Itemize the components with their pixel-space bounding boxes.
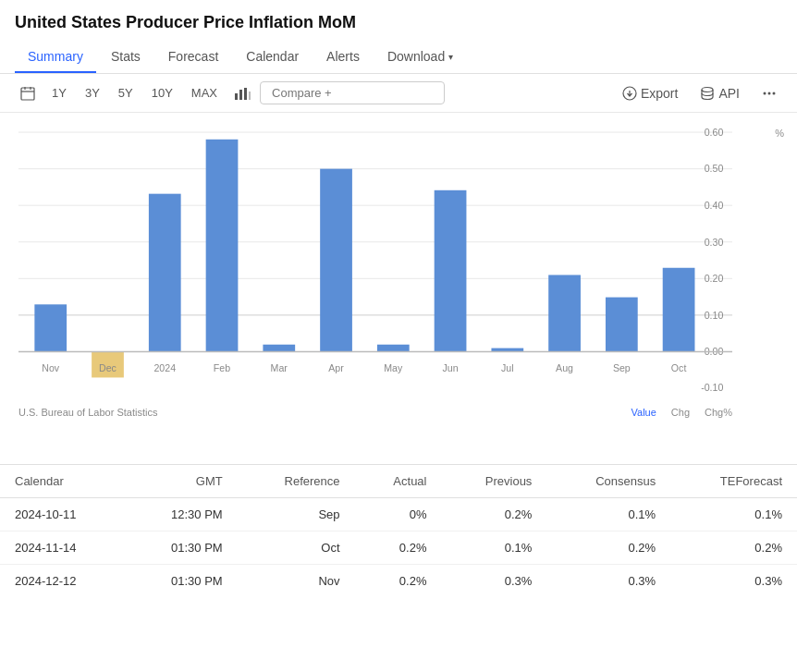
table-body: 2024-10-1112:30 PMSep0%0.2%0.1%0.1%2024-…	[0, 498, 797, 598]
cell-reference-1: Oct	[238, 531, 355, 565]
export-icon	[622, 86, 637, 101]
export-button[interactable]: Export	[617, 82, 683, 104]
cell-calendar-0: 2024-10-11	[0, 498, 126, 531]
data-table: Calendar GMT Reference Actual Previous C…	[0, 465, 797, 597]
bar-oct	[663, 268, 695, 352]
svg-text:Jul: Jul	[501, 362, 514, 373]
table-header-row: Calendar GMT Reference Actual Previous C…	[0, 465, 797, 498]
period-3y[interactable]: 3Y	[78, 82, 107, 104]
col-reference: Reference	[238, 465, 355, 498]
api-button[interactable]: API	[694, 82, 745, 104]
col-previous: Previous	[442, 465, 547, 498]
toolbar-left: 1Y 3Y 5Y 10Y MAX	[15, 81, 609, 104]
svg-text:0.10: 0.10	[705, 310, 724, 321]
svg-point-9	[702, 87, 713, 92]
bar-mar	[263, 345, 295, 352]
cell-actual-0: 0%	[355, 498, 442, 531]
bar-may	[377, 345, 410, 352]
svg-rect-4	[235, 93, 238, 100]
y-axis-unit-label: %	[775, 128, 784, 139]
calendar-icon	[20, 86, 35, 101]
chart-view-options: Value Chg Chg%	[631, 407, 732, 418]
svg-text:0.20: 0.20	[705, 273, 724, 284]
cell-gmt-1: 01:30 PM	[126, 531, 238, 565]
svg-text:0.60: 0.60	[705, 128, 724, 138]
svg-text:-0.10: -0.10	[701, 382, 723, 393]
bar-jun	[435, 190, 467, 352]
col-actual: Actual	[355, 465, 442, 498]
svg-text:2024: 2024	[153, 362, 176, 373]
ellipsis-icon	[762, 86, 777, 101]
cell-previous-2: 0.3%	[442, 565, 547, 598]
database-icon	[700, 86, 715, 101]
cell-consensus-0: 0.1%	[546, 498, 670, 531]
svg-rect-5	[239, 90, 242, 100]
toolbar-right: Export API	[617, 82, 782, 104]
cell-calendar-2: 2024-12-12	[0, 565, 126, 598]
svg-rect-6	[244, 88, 247, 100]
view-chg[interactable]: Chg	[671, 407, 690, 418]
cell-gmt-0: 12:30 PM	[126, 498, 238, 531]
svg-text:0.30: 0.30	[705, 237, 724, 248]
toolbar: 1Y 3Y 5Y 10Y MAX Export	[0, 74, 797, 113]
svg-text:0.50: 0.50	[705, 164, 724, 175]
chart-area: % 0.60 0.50 0.40 0.30 0.20 0.10 0.00 -0.…	[0, 113, 797, 455]
col-teforecast: TEForecast	[670, 465, 797, 498]
cell-actual-2: 0.2%	[355, 565, 442, 598]
svg-text:Feb: Feb	[214, 362, 230, 373]
tab-forecast[interactable]: Forecast	[155, 42, 231, 73]
bar-feb	[206, 140, 239, 352]
svg-point-10	[764, 92, 766, 94]
cell-previous-1: 0.1%	[442, 531, 547, 565]
svg-rect-7	[249, 92, 251, 100]
bar-aug	[548, 275, 581, 351]
bar-apr	[320, 169, 352, 352]
svg-text:Mar: Mar	[271, 362, 288, 373]
nav-tabs: Summary Stats Forecast Calendar Alerts D…	[0, 42, 797, 74]
compare-input[interactable]	[260, 81, 445, 104]
calendar-icon-button[interactable]	[15, 82, 41, 104]
chart-type-button[interactable]	[228, 82, 256, 104]
svg-point-12	[773, 92, 776, 94]
more-options-button[interactable]	[756, 82, 782, 104]
cell-reference-2: Nov	[238, 565, 355, 598]
tab-download[interactable]: Download ▾	[374, 42, 466, 73]
tab-alerts[interactable]: Alerts	[313, 42, 373, 73]
tab-stats[interactable]: Stats	[98, 42, 153, 73]
cell-teforecast-1: 0.2%	[670, 531, 797, 565]
svg-text:Apr: Apr	[328, 362, 344, 373]
period-5y[interactable]: 5Y	[111, 82, 141, 104]
svg-text:Jun: Jun	[443, 362, 459, 373]
table-row: 2024-12-1201:30 PMNov0.2%0.3%0.3%0.3%	[0, 565, 797, 598]
period-max[interactable]: MAX	[184, 82, 225, 104]
cell-teforecast-0: 0.1%	[670, 498, 797, 531]
bar-chart-icon	[234, 86, 251, 101]
col-gmt: GMT	[126, 465, 238, 498]
table-row: 2024-10-1112:30 PMSep0%0.2%0.1%0.1%	[0, 498, 797, 531]
svg-text:Aug: Aug	[556, 362, 573, 373]
view-value[interactable]: Value	[631, 407, 656, 418]
bar-chart-svg: 0.60 0.50 0.40 0.30 0.20 0.10 0.00 -0.10	[18, 128, 732, 396]
cell-reference-0: Sep	[238, 498, 355, 531]
tab-summary[interactable]: Summary	[15, 42, 96, 73]
view-chg-pct[interactable]: Chg%	[705, 407, 732, 418]
cell-consensus-2: 0.3%	[546, 565, 670, 598]
period-10y[interactable]: 10Y	[144, 82, 180, 104]
svg-text:Sep: Sep	[613, 362, 631, 373]
cell-gmt-2: 01:30 PM	[126, 565, 238, 598]
table-row: 2024-11-1401:30 PMOct0.2%0.1%0.2%0.2%	[0, 531, 797, 565]
period-1y[interactable]: 1Y	[44, 82, 74, 104]
col-consensus: Consensus	[546, 465, 670, 498]
cell-calendar-1: 2024-11-14	[0, 531, 126, 565]
bar-sep	[606, 298, 638, 352]
svg-text:0.40: 0.40	[705, 200, 724, 211]
svg-rect-0	[21, 88, 34, 100]
tab-calendar[interactable]: Calendar	[233, 42, 312, 73]
col-calendar: Calendar	[0, 465, 126, 498]
page-title: United States Producer Price Inflation M…	[0, 0, 797, 42]
bar-nov	[34, 304, 67, 351]
chart-footer: U.S. Bureau of Labor Statistics Value Ch…	[18, 403, 732, 422]
cell-teforecast-2: 0.3%	[670, 565, 797, 598]
svg-text:May: May	[384, 362, 403, 373]
cell-previous-0: 0.2%	[442, 498, 547, 531]
